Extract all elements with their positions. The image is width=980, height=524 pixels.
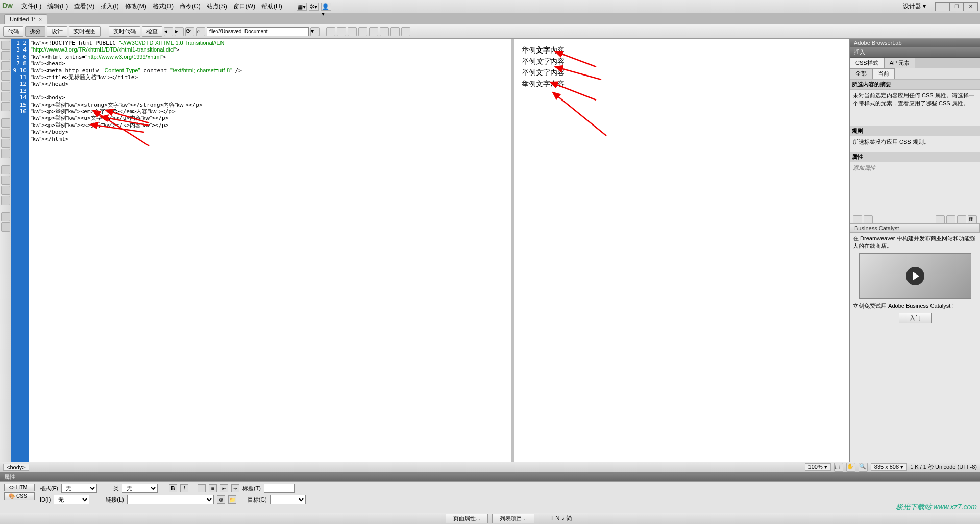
- menu-site[interactable]: 站点(S): [204, 2, 230, 11]
- tool-icon-7[interactable]: [390, 27, 400, 36]
- select-tool-icon[interactable]: ⬚: [834, 463, 843, 472]
- play-icon: [906, 267, 924, 285]
- ct-icon-2[interactable]: [1, 51, 10, 60]
- sync-icon[interactable]: 👤▾: [321, 3, 331, 11]
- format-select[interactable]: 无: [61, 484, 97, 493]
- code-area[interactable]: "kw"><!DOCTYPE html PUBLIC "-//W3C//DTD …: [29, 39, 511, 462]
- italic-icon[interactable]: I: [180, 484, 188, 492]
- css-subtab-all[interactable]: 全部: [850, 68, 872, 79]
- address-bar[interactable]: file:///Unsaved_Document: [207, 27, 309, 36]
- view-code-button[interactable]: 代码: [3, 26, 23, 37]
- tab-ap-elements[interactable]: AP 元素: [884, 58, 916, 68]
- menu-format[interactable]: 格式(O): [150, 2, 177, 11]
- tool-icon-6[interactable]: [380, 27, 389, 36]
- prop-css-button[interactable]: 🎨 CSS: [4, 492, 35, 500]
- id-select[interactable]: 无: [54, 495, 89, 504]
- tool-icon-2[interactable]: [337, 27, 346, 36]
- tool-icon-8[interactable]: [401, 27, 410, 36]
- document-tab-close-icon[interactable]: ×: [39, 17, 42, 22]
- tool-icon-3[interactable]: [348, 27, 357, 36]
- tab-css-styles[interactable]: CSS样式: [850, 58, 884, 68]
- menu-modify[interactable]: 修改(M): [122, 2, 150, 11]
- nav-fwd-icon[interactable]: ▸: [175, 27, 184, 36]
- ct-icon-1[interactable]: [1, 41, 10, 50]
- ct-icon-13[interactable]: [1, 176, 10, 185]
- menu-edit[interactable]: 编辑(E): [44, 2, 71, 11]
- design-preview[interactable]: 举例文字内容 举例文字内容 举例文字内容 举例文字内容: [514, 39, 849, 462]
- ol-icon[interactable]: ≡: [209, 484, 217, 492]
- class-select[interactable]: 无: [122, 484, 158, 493]
- ct-icon-17[interactable]: [1, 222, 10, 232]
- view-live-button[interactable]: 实时视图: [69, 26, 101, 37]
- maximize-button[interactable]: ☐: [949, 2, 964, 11]
- watermark: 极光下载站 www.xz7.com: [896, 503, 977, 512]
- layout-icon[interactable]: ▦▾: [297, 3, 307, 11]
- ct-icon-4[interactable]: [1, 71, 10, 81]
- view-split-button[interactable]: 拆分: [25, 26, 45, 37]
- zoom-tool-icon[interactable]: 🔍: [859, 463, 868, 472]
- bold-icon[interactable]: B: [169, 484, 177, 492]
- link-select[interactable]: [127, 495, 214, 504]
- link-browse-icon[interactable]: 📁: [228, 495, 236, 504]
- page-properties-button[interactable]: 页面属性...: [446, 514, 488, 523]
- tool-icon-4[interactable]: [358, 27, 368, 36]
- menu-view[interactable]: 查看(V): [71, 2, 97, 11]
- menu-window[interactable]: 窗口(W): [230, 2, 258, 11]
- close-button[interactable]: ✕: [964, 2, 978, 11]
- page-stats: 1 K / 1 秒 Unicode (UTF-8): [910, 463, 977, 471]
- view-design-button[interactable]: 设计: [47, 26, 67, 37]
- hand-tool-icon[interactable]: ✋: [846, 463, 855, 472]
- refresh-icon[interactable]: ⟳: [185, 27, 194, 36]
- ct-icon-11[interactable]: [1, 149, 10, 158]
- ct-icon-6[interactable]: [1, 92, 10, 101]
- tool-icon-5[interactable]: [369, 27, 378, 36]
- home-icon[interactable]: ⌂: [196, 27, 205, 36]
- ct-icon-7[interactable]: [1, 102, 10, 111]
- ct-icon-14[interactable]: [1, 186, 10, 195]
- zoom-selector[interactable]: 100% ▾: [805, 463, 831, 471]
- workspace-switcher[interactable]: 设计器 ▾: [900, 2, 929, 11]
- view-livecode-button[interactable]: 实时代码: [109, 26, 140, 37]
- ct-icon-15[interactable]: [1, 196, 10, 205]
- css-subtab-current[interactable]: 当前: [872, 68, 895, 79]
- title-input[interactable]: [264, 484, 295, 493]
- panel-browserlab[interactable]: Adobe BrowserLab: [850, 39, 980, 47]
- document-tab[interactable]: Untitled-1* ×: [4, 14, 47, 24]
- target-select[interactable]: [270, 495, 306, 504]
- list-items-button[interactable]: 列表项目...: [492, 514, 534, 523]
- minimize-button[interactable]: —: [935, 2, 949, 11]
- nav-back-icon[interactable]: ◂: [164, 27, 173, 36]
- ct-icon-8[interactable]: [1, 118, 10, 128]
- menu-insert[interactable]: 插入(I): [97, 2, 121, 11]
- format-label: 格式(F): [40, 485, 58, 492]
- menu-file[interactable]: 文件(F): [18, 2, 44, 11]
- addr-dropdown-icon[interactable]: ▾: [310, 27, 320, 36]
- bc-video-thumb[interactable]: [859, 253, 971, 299]
- add-property-link[interactable]: 添加属性: [853, 164, 977, 172]
- ime-indicator[interactable]: EN ♪ 简: [551, 514, 572, 523]
- tag-body[interactable]: <body>: [3, 464, 29, 471]
- ct-icon-3[interactable]: [1, 61, 10, 70]
- ct-icon-9[interactable]: [1, 129, 10, 138]
- inspect-button[interactable]: 检查: [142, 26, 162, 37]
- extend-icon[interactable]: ✲▾: [309, 3, 319, 11]
- panel-business-catalyst[interactable]: Business Catalyst: [850, 223, 980, 233]
- link-point-icon[interactable]: ⊕: [217, 495, 225, 504]
- menu-help[interactable]: 帮助(H): [258, 2, 285, 11]
- menu-commands[interactable]: 命令(C): [177, 2, 204, 11]
- properties-header[interactable]: 属性: [0, 472, 980, 481]
- prop-html-button[interactable]: <> HTML: [4, 484, 35, 491]
- ct-icon-10[interactable]: [1, 139, 10, 148]
- ct-icon-16[interactable]: [1, 212, 10, 221]
- ul-icon[interactable]: ≣: [198, 484, 206, 492]
- panel-insert[interactable]: 插入: [850, 47, 980, 58]
- code-editor[interactable]: 1 2 3 4 5 6 7 8 9 10 11 12 13 14 15 16 "…: [11, 39, 511, 462]
- indent-icon[interactable]: ⇥: [231, 484, 239, 492]
- outdent-icon[interactable]: ⇤: [220, 484, 228, 492]
- bc-start-button[interactable]: 入门: [899, 313, 932, 323]
- link-label: 链接(L): [106, 496, 124, 504]
- dimensions-display[interactable]: 835 x 808 ▾: [871, 463, 907, 471]
- ct-icon-5[interactable]: [1, 82, 10, 91]
- ct-icon-12[interactable]: [1, 165, 10, 174]
- tool-icon-1[interactable]: [326, 27, 335, 36]
